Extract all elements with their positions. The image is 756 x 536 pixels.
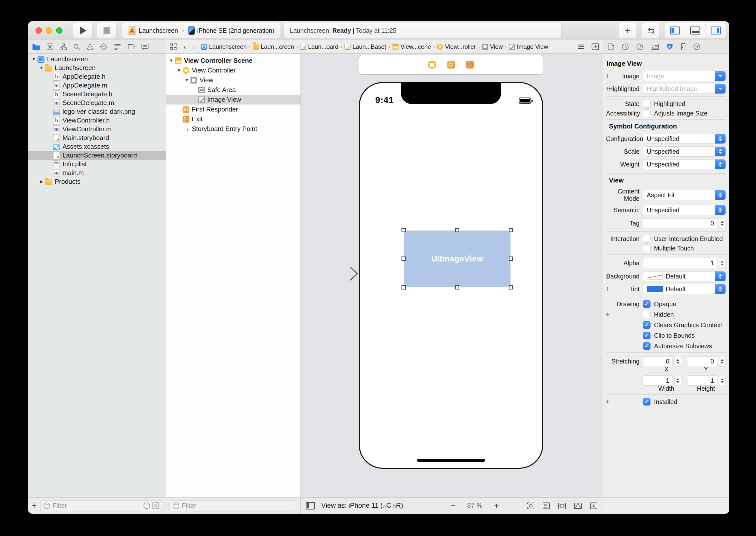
adjusts-image-size-checkbox[interactable] <box>643 110 650 117</box>
highlighted-checkbox[interactable] <box>643 100 650 108</box>
semantic-popup[interactable]: Unspecified <box>643 205 726 215</box>
breadcrumb-item[interactable]: Laun...oard <box>300 43 338 50</box>
drawing-checkbox[interactable] <box>643 321 650 329</box>
add-editor-icon[interactable] <box>591 43 599 50</box>
file-row[interactable]: h ViewController.h <box>28 116 166 125</box>
content-mode-popup[interactable]: Aspect Fit <box>643 190 726 200</box>
back-button[interactable]: ‹ <box>183 43 186 51</box>
scheme-device-name[interactable]: iPhone SE (2nd generation) <box>197 27 275 34</box>
outline-item-label[interactable]: Image View <box>207 96 241 104</box>
resize-handle-top-left[interactable] <box>402 228 406 232</box>
file-name[interactable]: main.m <box>62 169 84 177</box>
file-row[interactable]: Assets.xcassets <box>28 142 166 151</box>
project-navigator-tab[interactable] <box>32 43 41 50</box>
toggle-navigator-button[interactable] <box>665 23 685 38</box>
outline-row[interactable]: Exit <box>166 114 301 124</box>
alpha-stepper[interactable] <box>719 257 726 269</box>
file-name[interactable]: Main.storyboard <box>62 134 109 142</box>
breadcrumb-label[interactable]: View...roller <box>445 43 476 50</box>
outline-item-label[interactable]: Storyboard Entry Point <box>192 125 257 133</box>
highlighted-dropdown-icon[interactable] <box>715 84 726 93</box>
update-frames-button[interactable] <box>527 502 535 510</box>
file-row[interactable]: ▼ Launchscreen <box>28 55 166 63</box>
stretch-width-field[interactable]: 1 <box>643 376 673 385</box>
scale-popup[interactable]: Unspecified <box>643 147 726 156</box>
add-highlighted-attr-button[interactable]: + <box>605 84 610 93</box>
outline-item-label[interactable]: First Responder <box>192 106 238 113</box>
outline-item-label[interactable]: Safe Area <box>207 86 236 94</box>
issue-navigator-tab[interactable] <box>86 43 94 50</box>
scale-popup-icon[interactable] <box>715 147 726 156</box>
multiple-touch-checkbox[interactable] <box>643 245 650 252</box>
resize-handle-bottom-left[interactable] <box>402 285 406 289</box>
test-navigator-tab[interactable] <box>100 43 108 50</box>
file-name[interactable]: AppDelegate.h <box>62 73 106 81</box>
symbol-navigator-tab[interactable] <box>59 43 67 50</box>
file-row[interactable]: m ViewController.m <box>28 125 166 133</box>
installed-checkbox[interactable] <box>643 398 650 406</box>
disclosure-triangle-icon[interactable]: ▼ <box>38 65 45 71</box>
disclosure-triangle-icon[interactable]: ▼ <box>175 68 183 73</box>
file-row[interactable]: ▶ Products <box>28 177 166 186</box>
identity-inspector-tab[interactable] <box>650 43 659 50</box>
resize-handle-bottom-center[interactable] <box>455 285 459 289</box>
related-items-icon[interactable] <box>170 43 177 50</box>
file-inspector-tab[interactable] <box>608 43 614 50</box>
stretch-y-field[interactable]: 0 <box>688 356 717 366</box>
stop-button[interactable] <box>97 23 116 38</box>
file-name[interactable]: Products <box>55 178 81 185</box>
add-tint-attr-button[interactable]: + <box>605 285 610 293</box>
breadcrumb-item[interactable]: View <box>482 43 503 50</box>
weight-popup[interactable]: Unspecified <box>643 159 726 169</box>
zoom-out-button[interactable]: − <box>451 501 456 511</box>
file-row[interactable]: h AppDelegate.h <box>28 72 166 81</box>
connections-inspector-tab[interactable] <box>693 43 701 50</box>
view-controller-icon[interactable] <box>428 61 436 69</box>
outline-item-label[interactable]: View <box>200 76 214 84</box>
resolve-autolayout-button[interactable] <box>590 502 598 510</box>
outline-filter-field[interactable]: Filter <box>170 500 297 511</box>
breadcrumb-label[interactable]: Laun...creen <box>261 43 294 50</box>
forward-button[interactable]: › <box>192 43 195 51</box>
exit-icon[interactable] <box>466 61 474 69</box>
file-name[interactable]: LaunchScreen.storyboard <box>62 151 137 159</box>
stretch-y-stepper[interactable] <box>719 356 726 367</box>
scheme-selector[interactable]: A Launchscreen › iPhone SE (2nd generati… <box>122 23 280 38</box>
file-row[interactable]: m AppDelegate.m <box>28 81 166 90</box>
outline-item-label[interactable]: View Controller Scene <box>184 57 252 64</box>
image-dropdown-icon[interactable] <box>715 71 726 81</box>
outline-row[interactable]: ▼ View Controller <box>166 65 301 75</box>
outline-item-label[interactable]: Exit <box>192 115 203 123</box>
storyboard-canvas[interactable]: 9:41 UIImageView <box>301 54 603 497</box>
size-inspector-tab[interactable] <box>680 43 686 50</box>
breadcrumb-label[interactable]: Image View <box>517 43 548 50</box>
zoom-in-button[interactable]: + <box>494 501 499 511</box>
disclosure-triangle-icon[interactable]: ▼ <box>30 57 38 62</box>
semantic-popup-icon[interactable] <box>715 205 726 215</box>
file-name[interactable]: SceneDelegate.h <box>62 90 112 98</box>
outline-row[interactable]: First Responder <box>166 105 301 114</box>
add-image-attr-button[interactable]: + <box>605 72 610 80</box>
report-navigator-tab[interactable] <box>141 43 149 50</box>
add-constraints-button[interactable] <box>574 502 582 510</box>
run-button[interactable] <box>73 23 92 38</box>
outline-row[interactable]: ▼ View <box>166 75 301 85</box>
breadcrumb-item[interactable]: View...roller <box>437 43 476 50</box>
configuration-popup[interactable]: Unspecified <box>643 134 726 144</box>
file-name[interactable]: Launchscreen <box>55 64 95 72</box>
resize-handle-middle-right[interactable] <box>509 256 513 261</box>
selected-image-view[interactable]: UIImageView <box>404 230 510 287</box>
file-name[interactable]: AppDelegate.m <box>62 82 107 89</box>
toggle-inspector-button[interactable] <box>706 23 726 38</box>
editor-mode-button[interactable]: ⇆ <box>642 23 660 38</box>
storyboard-entry-point-arrow[interactable] <box>315 264 360 284</box>
breadcrumb-label[interactable]: Laun...oard <box>308 43 338 50</box>
outline-row[interactable]: Image View <box>166 95 301 105</box>
attributes-inspector-tab[interactable] <box>666 43 674 50</box>
disclosure-triangle-icon[interactable]: ▼ <box>168 58 175 63</box>
file-name[interactable]: logo-ver-classic-dark.png <box>62 108 135 116</box>
view-as-label[interactable]: View as: iPhone 11 (wC hR) <box>321 502 403 510</box>
weight-popup-icon[interactable] <box>715 159 726 169</box>
file-name[interactable]: ViewController.m <box>62 125 112 133</box>
tint-popup-icon[interactable] <box>715 284 726 294</box>
